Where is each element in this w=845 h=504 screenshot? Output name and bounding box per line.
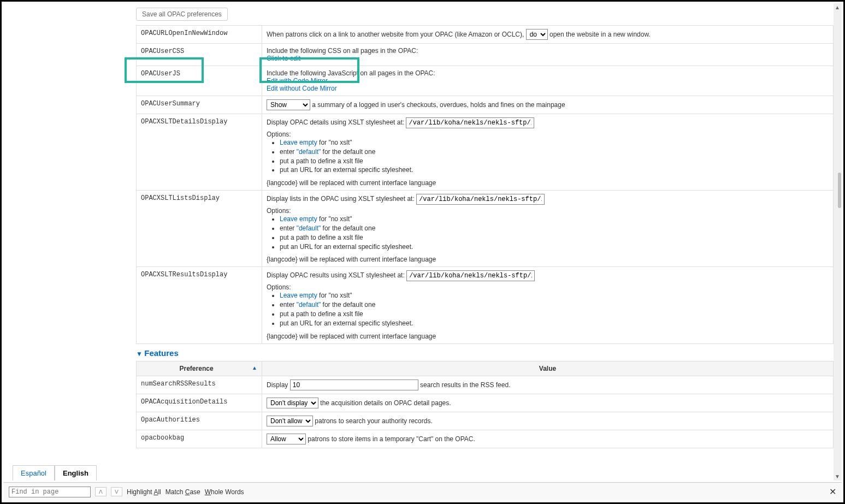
edit-with-codemirror-link[interactable]: Edit with Code Mirror — [267, 77, 328, 85]
langcode-note: {langcode} will be replaced with current… — [267, 256, 829, 263]
user-summary-select[interactable]: Show — [267, 99, 310, 110]
xslt-details-input[interactable] — [406, 117, 534, 128]
default-link[interactable]: "default" — [297, 148, 321, 156]
table-row: numSearchRSSResults Display search resul… — [137, 376, 834, 394]
click-to-edit-link[interactable]: Click to edit — [267, 55, 300, 62]
value-header[interactable]: Value — [262, 361, 834, 376]
language-tabs: Español English — [13, 465, 97, 481]
pref-text: a summary of a logged in user's checkout… — [312, 101, 565, 109]
match-case-toggle[interactable]: Match Case — [166, 488, 200, 496]
table-row: OPACUserJS Include the following JavaScr… — [137, 66, 834, 96]
save-all-button[interactable]: Save all OPAC preferences — [136, 8, 228, 21]
pref-text: Display lists in the OPAC using XSLT sty… — [267, 195, 415, 203]
acquisition-details-select[interactable]: Don't display — [267, 398, 318, 408]
pref-text: When patrons click on a link to another … — [267, 31, 524, 38]
scrollbar-thumb[interactable] — [838, 173, 841, 208]
whole-words-toggle[interactable]: Whole Words — [205, 488, 244, 496]
features-table: Preference▲ Value numSearchRSSResults Di… — [136, 361, 834, 448]
features-section-header[interactable]: Features — [136, 348, 834, 358]
pref-name: OpacAuthorities — [141, 416, 200, 424]
leave-empty-link[interactable]: Leave empty — [280, 139, 317, 146]
pref-name: OPACUserSummary — [141, 100, 200, 108]
pref-text: Display OPAC details using XSLT styleshe… — [267, 118, 404, 126]
find-prev-button[interactable]: ᐱ — [95, 487, 107, 496]
table-row: OPACXSLTListsDisplay Display lists in th… — [137, 191, 834, 267]
table-row: OPACAcquisitionDetails Don't display the… — [137, 394, 834, 412]
scroll-down-icon[interactable]: ▼ — [835, 473, 840, 479]
table-row: opacbookbag Allow patrons to store items… — [137, 430, 834, 448]
leave-empty-link[interactable]: Leave empty — [280, 292, 317, 299]
pref-name: OPACAcquisitionDetails — [141, 398, 227, 406]
table-row: OPACUserSummary Show a summary of a logg… — [137, 96, 834, 114]
preferences-table: OPACURLOpenInNewWindow When patrons clic… — [136, 25, 834, 344]
pref-text: Display — [267, 381, 288, 389]
table-row: OPACURLOpenInNewWindow When patrons clic… — [137, 26, 834, 44]
sort-arrow-icon: ▲ — [252, 365, 257, 371]
pref-text: search results in the RSS feed. — [420, 381, 510, 389]
lang-tab-es[interactable]: Español — [13, 465, 55, 481]
close-icon[interactable]: ✕ — [829, 487, 836, 497]
find-input[interactable] — [9, 487, 91, 497]
pref-text: Include the following CSS on all pages i… — [267, 47, 829, 55]
pref-name: numSearchRSSResults — [141, 380, 216, 388]
pref-text: Include the following JavaScript on all … — [267, 69, 829, 77]
lang-tab-en[interactable]: English — [55, 465, 97, 481]
pref-name: OPACXSLTResultsDisplay — [141, 271, 227, 278]
xslt-lists-input[interactable] — [416, 194, 545, 205]
pref-name: OPACXSLTDetailsDisplay — [141, 118, 227, 126]
pref-text: Display OPAC results using XSLT styleshe… — [267, 271, 405, 279]
xslt-results-input[interactable] — [406, 270, 535, 281]
options-label: Options: — [267, 283, 829, 291]
bookbag-select[interactable]: Allow — [267, 434, 306, 444]
url-window-select[interactable]: do — [526, 29, 548, 40]
find-next-button[interactable]: ᐯ — [111, 487, 122, 496]
default-link[interactable]: "default" — [297, 301, 321, 309]
pref-text: patrons to store items in a temporary "C… — [308, 435, 475, 443]
pref-name: OPACURLOpenInNewWindow — [141, 29, 227, 37]
pref-text: the acquisition details on OPAC detail p… — [320, 399, 451, 407]
authorities-select[interactable]: Don't allow — [267, 416, 313, 426]
preference-header[interactable]: Preference▲ — [137, 361, 262, 376]
leave-empty-link[interactable]: Leave empty — [280, 215, 317, 223]
highlight-all-toggle[interactable]: Highlight All — [127, 488, 161, 496]
pref-name: OPACXSLTListsDisplay — [141, 194, 220, 202]
table-row: OpacAuthorities Don't allow patrons to s… — [137, 412, 834, 430]
table-row: OPACUserCSS Include the following CSS on… — [137, 44, 834, 66]
pref-name: OPACUserCSS — [141, 48, 184, 55]
vertical-scrollbar[interactable]: ▲ ▼ — [834, 3, 842, 481]
scroll-up-icon[interactable]: ▲ — [835, 4, 840, 10]
pref-name: opacbookbag — [141, 434, 184, 442]
pref-text: open the website in a new window. — [549, 31, 651, 38]
table-row: OPACXSLTDetailsDisplay Display OPAC deta… — [137, 114, 834, 191]
options-label: Options: — [267, 131, 829, 138]
table-row: OPACXSLTResultsDisplay Display OPAC resu… — [137, 267, 834, 343]
edit-without-codemirror-link[interactable]: Edit without Code Mirror — [267, 85, 337, 92]
pref-text: patrons to search your authority records… — [315, 417, 432, 425]
default-link[interactable]: "default" — [297, 224, 321, 232]
pref-name: OPACUserJS — [141, 70, 180, 78]
langcode-note: {langcode} will be replaced with current… — [267, 333, 829, 340]
find-bar: ᐱ ᐯ Highlight All Match Case Whole Words… — [3, 482, 842, 501]
langcode-note: {langcode} will be replaced with current… — [267, 179, 829, 187]
options-label: Options: — [267, 207, 829, 215]
rss-results-input[interactable] — [290, 380, 418, 390]
